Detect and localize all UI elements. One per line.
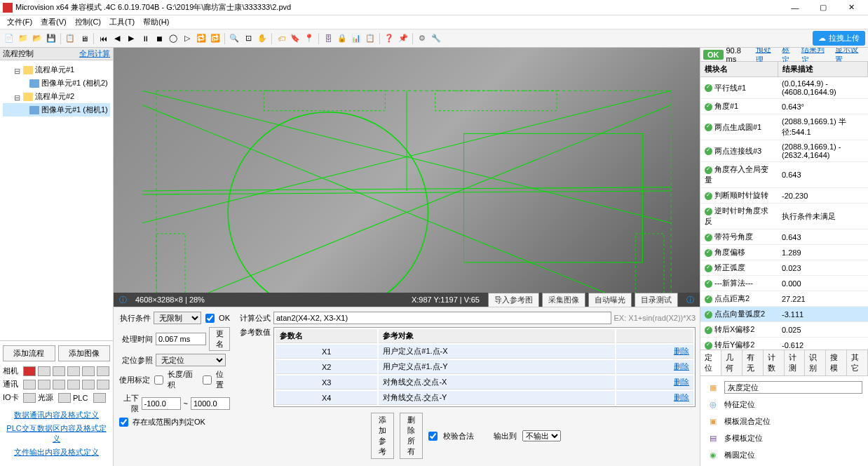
param-row[interactable]: X3对角线交点.交点-X删除 [276, 375, 693, 390]
comm-swatch[interactable] [53, 380, 65, 390]
camera-swatch[interactable] [53, 366, 65, 376]
result-row[interactable]: ---新算法---0.000 [700, 276, 868, 291]
io-swatch[interactable] [23, 393, 36, 403]
check-valid-checkbox[interactable] [428, 432, 438, 441]
pin-icon[interactable]: 📍 [303, 32, 316, 45]
param-row[interactable]: X2用户定义点#1.点-Y删除 [276, 360, 693, 374]
stop-icon[interactable]: ⏹ [153, 32, 165, 45]
menu-item[interactable]: 查看(V) [36, 15, 71, 29]
result-row[interactable]: 带符号角度0.643 [700, 229, 868, 245]
param-table[interactable]: 参数名参考对象X1用户定义点#1.点-X删除X2用户定义点#1.点-Y删除X3对… [273, 327, 696, 407]
camera-swatch[interactable] [97, 366, 109, 376]
param-row[interactable]: X1用户定义点#1.点-X删除 [276, 345, 693, 359]
exec-cond-select[interactable]: 无限制 [154, 312, 201, 324]
upload-button[interactable]: ☁ 拉拽上传 [813, 31, 865, 46]
tag2-icon[interactable]: 🔖 [289, 32, 301, 45]
list-icon[interactable]: 📋 [364, 32, 377, 45]
light-swatch[interactable] [58, 393, 71, 403]
locate-item[interactable]: ◉椭圆定位 [703, 446, 865, 463]
camera-swatch[interactable] [38, 366, 50, 376]
circle-icon[interactable]: ◯ [167, 32, 179, 45]
zoom-icon[interactable]: 🔍 [228, 32, 240, 45]
loop-icon[interactable]: 🔁 [195, 32, 208, 45]
result-row[interactable]: 逆时针时角度求反执行条件未满足 [700, 204, 868, 229]
comm-swatch[interactable] [82, 380, 95, 390]
locate-ref-select[interactable]: 无定位 [156, 354, 226, 366]
tab[interactable]: 识别 [805, 350, 826, 375]
marker-icon[interactable]: 📌 [397, 32, 409, 45]
locate-item[interactable]: ◎特征定位 [703, 396, 865, 413]
result-row[interactable]: 转后X偏移20.025 [700, 322, 868, 338]
print-icon[interactable]: 🖥 [78, 32, 90, 45]
minimize-button[interactable]: — [781, 0, 809, 15]
menu-item[interactable]: 工具(T) [105, 15, 139, 29]
comm-swatch[interactable] [67, 380, 80, 390]
tag-icon[interactable]: 🏷 [275, 32, 287, 45]
expand-icon[interactable]: ⊟ [14, 93, 21, 100]
plc-swatch[interactable] [93, 393, 106, 403]
delete-link[interactable]: 删除 [674, 346, 689, 357]
result-row[interactable]: 转后Y偏移2-0.612 [700, 338, 868, 350]
menu-item[interactable]: 帮助(H) [139, 15, 173, 29]
proc-time-input[interactable] [156, 333, 206, 345]
result-row[interactable]: 角度存入全局变量0.643 [700, 162, 868, 188]
prev-icon[interactable]: ◀ [111, 32, 123, 45]
comm-swatch[interactable] [23, 380, 36, 390]
position-checkbox[interactable] [203, 375, 212, 385]
tree-node-child[interactable]: 图像单元#1 (相机1) [3, 103, 110, 116]
image-action-button[interactable]: 自动曝光 [588, 293, 632, 307]
tab[interactable]: 有无 [742, 350, 764, 375]
expand-icon[interactable]: ⊟ [14, 67, 21, 74]
add-flow-button[interactable]: 添加流程 [3, 345, 55, 361]
image-action-button[interactable]: 导入参考图 [488, 293, 539, 307]
result-row[interactable]: 两点连接线#3(2088.9,1669.1) - (2632.4,1644) [700, 140, 868, 162]
result-table[interactable]: 模块名结果描述平行线#1(0.0,1644.9) - (4608.0,1644.… [700, 62, 868, 350]
config-link[interactable]: 文件输出内容及格式定义 [3, 446, 110, 459]
fit-icon[interactable]: ⊡ [242, 32, 255, 45]
tab[interactable]: 计测 [785, 350, 806, 375]
locate-item[interactable]: ▣模板混合定位 [703, 413, 865, 430]
result-row[interactable]: 两点生成圆#1(2088.9,1669.1) 半径:544.1 [700, 114, 868, 140]
locate-item[interactable]: ▤多模板定位 [703, 430, 865, 446]
add-image-button[interactable]: 添加图像 [58, 345, 111, 361]
db-icon[interactable]: 🗄 [322, 32, 334, 45]
comm-swatch[interactable] [97, 380, 109, 390]
camera-swatch[interactable] [82, 366, 95, 376]
tree-node-child[interactable]: 图像单元#1 (相机2) [3, 76, 110, 90]
len-area-checkbox[interactable] [154, 375, 163, 385]
config-link[interactable]: PLC交互数据区内容及格式定义 [3, 422, 110, 446]
param-row[interactable]: X4对角线交点.交点-Y删除 [276, 391, 693, 405]
rename-button[interactable]: 更名 [209, 327, 230, 351]
folder-icon[interactable]: 📁 [17, 32, 29, 45]
folder2-icon[interactable]: 📂 [31, 32, 43, 45]
play-icon[interactable]: ▶ [125, 32, 137, 45]
image-action-button[interactable]: 目录测试 [635, 293, 678, 307]
tab[interactable]: 计数 [764, 350, 785, 375]
config-link[interactable]: 数据通讯内容及格式定义 [3, 408, 110, 422]
camera-swatch[interactable] [67, 366, 80, 376]
limit-hi-input[interactable] [191, 397, 230, 410]
in-range-checkbox[interactable] [119, 418, 128, 427]
close-button[interactable]: ✕ [837, 0, 865, 15]
result-row[interactable]: 角度偏移1.289 [700, 245, 868, 260]
result-row[interactable]: 点点距离227.221 [700, 291, 868, 307]
tab[interactable]: 其它 [847, 350, 868, 375]
delete-link[interactable]: 删除 [674, 361, 689, 372]
menu-item[interactable]: 控制(C) [71, 15, 105, 29]
tab[interactable]: 搜模 [826, 350, 847, 375]
rewind-icon[interactable]: ⏮ [97, 32, 109, 45]
repeat-icon[interactable]: 🔂 [209, 32, 222, 45]
locate-input[interactable] [724, 381, 862, 394]
del-all-button[interactable]: 删除所有 [400, 413, 423, 459]
chart-icon[interactable]: 📊 [350, 32, 362, 45]
formula-input[interactable] [273, 312, 611, 324]
pause-icon[interactable]: ⏸ [139, 32, 151, 45]
lock-icon[interactable]: 🔒 [336, 32, 348, 45]
drag-icon[interactable]: ✋ [256, 32, 269, 45]
comm-swatch[interactable] [38, 380, 50, 390]
play2-icon[interactable]: ▷ [181, 32, 194, 45]
settings-icon[interactable]: 🔧 [430, 32, 442, 45]
tree-node[interactable]: ⊟流程单元#1 [3, 63, 110, 76]
camera-swatch[interactable] [23, 366, 36, 376]
help-icon[interactable]: ❓ [383, 32, 395, 45]
